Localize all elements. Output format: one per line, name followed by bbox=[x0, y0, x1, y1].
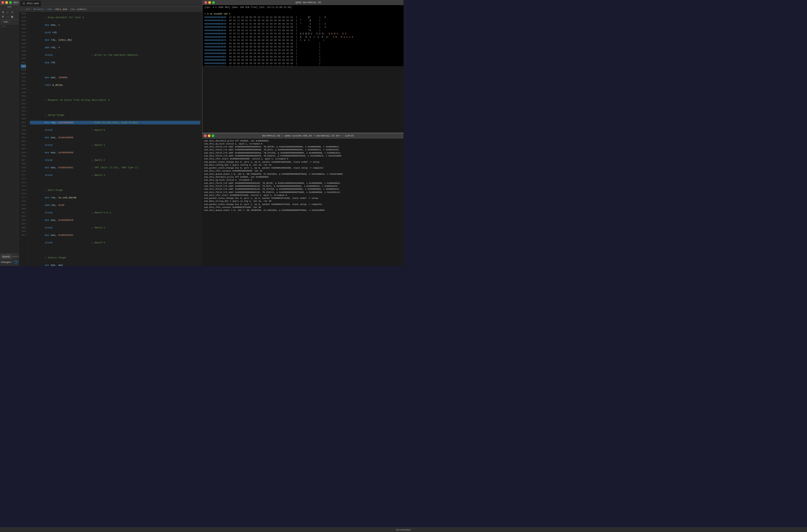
breadcrumb-fwd-icon[interactable]: › bbox=[23, 8, 25, 11]
refresh-button[interactable]: ↺ bbox=[10, 10, 14, 14]
breadcrumb-symbol: (no symbol) bbox=[70, 8, 87, 11]
more-button[interactable]: ⋯ bbox=[5, 15, 10, 19]
editor-main: 🗎 xhci.asm ‹ › src / drivers / usb / xhc… bbox=[19, 0, 202, 266]
tab-icon: 🗎 bbox=[23, 2, 25, 5]
stage-all-button[interactable]: Stage All bbox=[13, 260, 19, 265]
sidebar: BareMetal usb ⊕ ⌕ ↺ ⚙ ⋯ ▦ ⟨ usb ⟩ usb Am… bbox=[0, 0, 19, 266]
qemu-titlebar: QEMU BareMetal OS bbox=[203, 0, 403, 5]
commit-placeholder: usb bbox=[1, 25, 5, 28]
qemu-maximize-button[interactable] bbox=[212, 1, 215, 4]
branch-chevron-icon: ⟩ bbox=[8, 21, 10, 23]
branch-name: usb bbox=[3, 21, 7, 23]
qemu-close-button[interactable] bbox=[204, 1, 207, 4]
breadcrumb-sep2: / bbox=[45, 8, 47, 11]
qemu-traffic-lights bbox=[204, 1, 215, 4]
minimize-button[interactable] bbox=[5, 1, 8, 4]
tab-label: xhci.asm bbox=[26, 2, 39, 5]
qemu-terminal-window: BareMetal-OS — qemu-system-x86_64 • bare… bbox=[202, 133, 403, 266]
qemu-screen: [cpu: 4 x 1009 MHz] [mem: 290 MiB free] … bbox=[203, 5, 403, 66]
breadcrumb-sep4: / bbox=[68, 8, 70, 11]
right-panel: QEMU BareMetal OS [cpu: 4 x 1009 MHz] [m… bbox=[202, 0, 403, 266]
breadcrumb-file[interactable]: xhci.asm bbox=[55, 8, 67, 11]
amend-button[interactable]: Amend bbox=[1, 255, 12, 259]
breadcrumb-sep1: / bbox=[31, 8, 33, 11]
main-window: BareMetal usb ⊕ ⌕ ↺ ⚙ ⋯ ▦ ⟨ usb ⟩ usb Am… bbox=[0, 0, 403, 266]
terminal-close-button[interactable] bbox=[204, 134, 207, 137]
changes-row: Changes ≡ Stage All bbox=[1, 260, 18, 265]
breadcrumb-sep3: / bbox=[53, 8, 54, 11]
sidebar-titlebar: BareMetal bbox=[0, 0, 19, 5]
terminal-output: usb_xhci_doorbell_write off 0x0004, val … bbox=[202, 138, 403, 266]
maximize-button[interactable] bbox=[9, 1, 12, 4]
breadcrumb-back-icon[interactable]: ‹ bbox=[21, 8, 22, 11]
breadcrumb: ‹ › src / drivers / usb / xhci.asm / (no… bbox=[19, 7, 202, 12]
sidebar-branch[interactable]: ⟨ usb ⟩ bbox=[0, 20, 19, 24]
terminal-titlebar: BareMetal-OS — qemu-system-x86_64 • bare… bbox=[202, 134, 403, 138]
commit-message-area[interactable]: usb bbox=[0, 24, 19, 253]
terminal-minimize-button[interactable] bbox=[208, 134, 210, 137]
amend-count: 0/50 bbox=[12, 255, 17, 258]
traffic-lights bbox=[1, 1, 12, 4]
terminal-maximize-button[interactable] bbox=[212, 134, 214, 137]
qemu-display-window: QEMU BareMetal OS [cpu: 4 x 1009 MHz] [m… bbox=[202, 0, 403, 133]
sidebar-bottom: Amend 0/50 is Commit Changes ≡ Stage All bbox=[0, 253, 19, 266]
breadcrumb-usb[interactable]: usb bbox=[47, 8, 52, 11]
code-content[interactable]: ; Ring doorbell for Slot 1 mov eax, 1 pu… bbox=[28, 12, 202, 266]
qemu-window-title: QEMU BareMetal OS bbox=[215, 1, 402, 4]
terminal-traffic-lights bbox=[204, 134, 214, 137]
settings-button[interactable]: ⚙ bbox=[1, 15, 5, 19]
changes-label: Changes bbox=[1, 261, 11, 264]
search-button[interactable]: ⌕ bbox=[5, 10, 10, 14]
breadcrumb-src[interactable]: src bbox=[25, 8, 30, 11]
close-button[interactable] bbox=[1, 1, 4, 4]
grid-button[interactable]: ▦ bbox=[10, 15, 14, 19]
breadcrumb-drivers[interactable]: drivers bbox=[34, 8, 44, 11]
tab-bar: 🗎 xhci.asm bbox=[19, 0, 202, 7]
amend-row: Amend 0/50 is Commit bbox=[1, 255, 18, 259]
editor-tab-xhci[interactable]: 🗎 xhci.asm bbox=[20, 0, 42, 6]
sidebar-repo: usb bbox=[0, 5, 19, 9]
qemu-minimize-button[interactable] bbox=[208, 1, 211, 4]
list-icon: ≡ bbox=[11, 261, 12, 264]
terminal-window-title: BareMetal-OS — qemu-system-x86_64 • bare… bbox=[214, 134, 402, 137]
new-file-button[interactable]: ⊕ bbox=[1, 10, 5, 14]
sidebar-toolbar: ⊕ ⌕ ↺ ⚙ ⋯ ▦ bbox=[0, 9, 19, 20]
code-area: 528 529 530 531 532 533 534 535 536 537 … bbox=[19, 12, 202, 266]
line-numbers: 528 529 530 531 532 533 534 535 536 537 … bbox=[19, 12, 28, 266]
branch-arrow-icon: ⟨ bbox=[1, 21, 2, 23]
